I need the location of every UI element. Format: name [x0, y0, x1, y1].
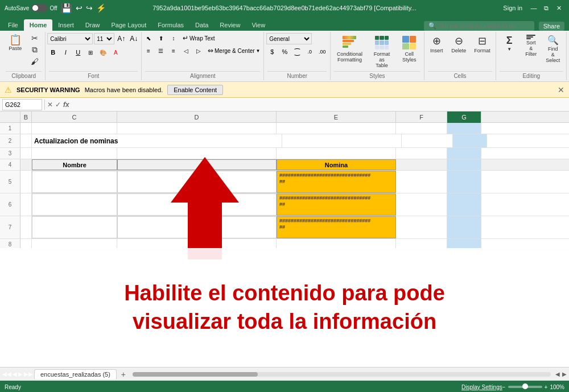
col-header-b[interactable]: B	[20, 112, 32, 123]
cell-c3[interactable]	[32, 148, 117, 159]
fill-color-button[interactable]: 🎨	[97, 47, 109, 58]
tab-data[interactable]: Data	[189, 19, 214, 31]
tell-me-input[interactable]	[439, 23, 530, 30]
number-format-select[interactable]: General	[266, 33, 312, 44]
scroll-right-btn[interactable]: ▶	[562, 371, 567, 377]
cell-g3[interactable]	[447, 148, 481, 159]
cell-g6[interactable]	[447, 193, 481, 216]
signin-button[interactable]: Sign in	[503, 5, 522, 11]
cell-e3[interactable]	[277, 148, 396, 159]
delete-button[interactable]: ⊖ Delete	[448, 33, 469, 55]
cancel-formula-button[interactable]: ✕	[47, 101, 53, 109]
save-icon[interactable]: 💾	[61, 3, 72, 14]
paste-button[interactable]: 📋 Paste	[5, 33, 26, 53]
cell-g4[interactable]	[447, 159, 481, 170]
sheet-next[interactable]: ▶	[18, 371, 23, 377]
cell-b3[interactable]	[20, 148, 32, 159]
cell-b2[interactable]	[20, 134, 32, 147]
macro-icon[interactable]: ⚡	[96, 3, 106, 13]
formula-input[interactable]	[72, 99, 567, 110]
cell-f3[interactable]	[396, 148, 447, 159]
tell-me-box[interactable]: 🔍	[424, 21, 534, 31]
scroll-left-btn[interactable]: ◀	[555, 371, 560, 377]
sort-filter-button[interactable]: Sort &Filter	[521, 33, 541, 59]
insert-button[interactable]: ⊕ Insert	[426, 33, 447, 55]
align-top-center-button[interactable]: ⬆	[155, 33, 167, 43]
align-left-button[interactable]: ≡	[143, 46, 154, 56]
cell-d3[interactable]	[117, 148, 277, 159]
font-size-select[interactable]: 11	[94, 33, 114, 44]
indent-decrease-button[interactable]: ◁	[180, 46, 192, 56]
col-header-c[interactable]: C	[32, 112, 117, 123]
underline-button[interactable]: U	[72, 47, 84, 58]
merge-center-button[interactable]: ⇔ Merge & Center ▼	[205, 46, 263, 56]
border-button[interactable]: ⊞	[85, 47, 96, 58]
minimize-button[interactable]: —	[528, 2, 539, 14]
cell-b4[interactable]	[20, 159, 32, 170]
share-button[interactable]: Share	[539, 22, 564, 31]
cell-b7[interactable]	[20, 216, 32, 238]
sheet-scroll-right[interactable]: ▶▶	[24, 371, 33, 377]
increase-font-button[interactable]: A↑	[116, 33, 127, 44]
font-family-select[interactable]: Calibri	[47, 33, 93, 44]
zoom-in-button[interactable]: +	[545, 384, 548, 390]
cell-d5[interactable]	[117, 171, 277, 193]
wrap-text-button[interactable]: ↵ Wrap Text	[180, 33, 217, 43]
bold-button[interactable]: B	[47, 47, 59, 58]
sheet-tab-encuestas[interactable]: encuestas_realizadas (5)	[34, 369, 117, 379]
cell-f7[interactable]	[396, 216, 447, 238]
tab-draw[interactable]: Draw	[80, 19, 106, 31]
col-header-d[interactable]: D	[117, 112, 277, 123]
cell-styles-button[interactable]: CellStyles	[398, 33, 420, 64]
currency-button[interactable]: $	[266, 47, 278, 57]
security-close-button[interactable]: ✕	[558, 85, 564, 94]
col-header-e[interactable]: E	[277, 112, 396, 123]
decrease-font-button[interactable]: A↓	[128, 33, 139, 44]
zoom-out-button[interactable]: −	[502, 384, 506, 390]
cell-name-box[interactable]	[2, 99, 42, 110]
cell-d6[interactable]	[117, 193, 277, 216]
conditional-formatting-button[interactable]: ConditionalFormatting	[334, 33, 365, 64]
percent-button[interactable]: %	[279, 47, 290, 57]
sheet-scroll-left[interactable]: ◀◀	[2, 371, 11, 377]
col-header-f[interactable]: F	[396, 112, 447, 123]
tab-formulas[interactable]: Formulas	[152, 19, 189, 31]
cell-g5[interactable]	[447, 171, 481, 193]
align-right-button[interactable]: ≡	[168, 46, 179, 56]
cell-g2[interactable]	[453, 134, 487, 147]
align-top-left-button[interactable]: ⬉	[143, 33, 154, 43]
close-button[interactable]: ✕	[553, 2, 564, 14]
autosave-toggle[interactable]	[31, 4, 47, 12]
align-top-right-button[interactable]: ↕	[168, 33, 179, 43]
cell-f6[interactable]	[396, 193, 447, 216]
cell-e2[interactable]	[282, 134, 402, 147]
cell-e7[interactable]: ##################################	[277, 216, 396, 238]
find-select-button[interactable]: 🔍 Find &Select	[542, 33, 563, 65]
cell-e6[interactable]: ##################################	[277, 193, 396, 216]
copy-button[interactable]: ⧉	[27, 44, 43, 55]
enable-content-button[interactable]: Enable Content	[167, 85, 223, 95]
decrease-decimal-button[interactable]: .0	[304, 47, 315, 57]
cell-f5[interactable]	[396, 171, 447, 193]
indent-increase-button[interactable]: ▷	[193, 46, 204, 56]
tab-insert[interactable]: Insert	[52, 19, 80, 31]
add-sheet-button[interactable]: +	[118, 369, 129, 380]
tab-page-layout[interactable]: Page Layout	[105, 19, 152, 31]
cell-d4[interactable]	[117, 159, 277, 170]
cell-e1[interactable]	[277, 123, 396, 134]
display-settings-button[interactable]: Display Settings	[461, 384, 502, 390]
zoom-slider[interactable]	[508, 386, 542, 388]
redo-icon[interactable]: ↪	[86, 3, 93, 13]
italic-button[interactable]: I	[60, 47, 71, 58]
confirm-formula-button[interactable]: ✓	[55, 101, 61, 109]
comma-button[interactable]: ⁐	[291, 47, 303, 57]
sheet-prev[interactable]: ◀	[13, 371, 17, 377]
cell-c5[interactable]	[32, 171, 117, 193]
font-color-button[interactable]: A	[110, 47, 121, 58]
function-button[interactable]: fx	[63, 101, 69, 109]
format-painter-button[interactable]: 🖌	[27, 56, 43, 67]
tab-review[interactable]: Review	[214, 19, 246, 31]
cell-b1[interactable]	[20, 123, 32, 134]
cell-b6[interactable]	[20, 193, 32, 216]
restore-button[interactable]: ⧉	[541, 2, 552, 14]
